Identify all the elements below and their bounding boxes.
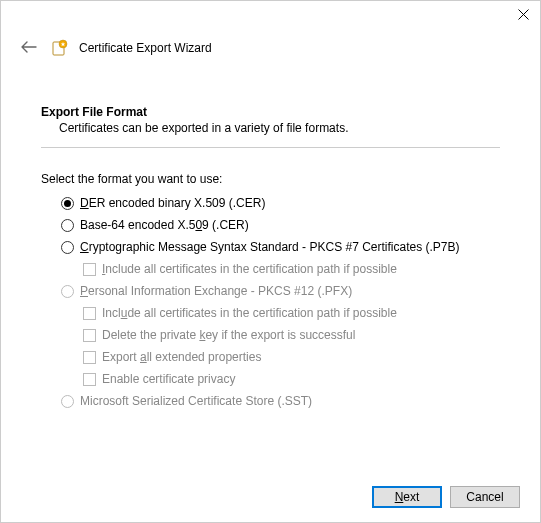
- wizard-icon: [51, 39, 69, 57]
- next-button[interactable]: Next: [372, 486, 442, 508]
- radio-pkcs7[interactable]: [61, 241, 74, 254]
- footer-buttons: Next Cancel: [372, 486, 520, 508]
- checkbox-pfx-privacy: [83, 373, 96, 386]
- wizard-title: Certificate Export Wizard: [79, 41, 212, 55]
- option-pfx-include-label: Include all certificates in the certific…: [102, 306, 397, 320]
- header: Certificate Export Wizard: [1, 33, 540, 59]
- option-sst-label: Microsoft Serialized Certificate Store (…: [80, 394, 312, 408]
- format-prompt: Select the format you want to use:: [41, 172, 500, 186]
- option-base64[interactable]: Base-64 encoded X.509 (.CER): [61, 218, 500, 232]
- back-arrow-icon: [21, 41, 37, 53]
- option-pfx-delete-label: Delete the private key if the export is …: [102, 328, 355, 342]
- option-pfx: Personal Information Exchange - PKCS #12…: [61, 284, 500, 298]
- radio-pfx: [61, 285, 74, 298]
- radio-sst: [61, 395, 74, 408]
- content-area: Export File Format Certificates can be e…: [1, 59, 540, 408]
- option-pfx-include: Include all certificates in the certific…: [83, 306, 500, 320]
- option-pfx-label: Personal Information Exchange - PKCS #12…: [80, 284, 352, 298]
- option-pfx-extended-label: Export all extended properties: [102, 350, 261, 364]
- radio-der[interactable]: [61, 197, 74, 210]
- option-sst: Microsoft Serialized Certificate Store (…: [61, 394, 500, 408]
- option-pfx-privacy-label: Enable certificate privacy: [102, 372, 235, 386]
- option-pfx-extended: Export all extended properties: [83, 350, 500, 364]
- cancel-button[interactable]: Cancel: [450, 486, 520, 508]
- format-options: DER encoded binary X.509 (.CER) Base-64 …: [41, 196, 500, 408]
- back-button[interactable]: [17, 37, 41, 59]
- divider: [41, 147, 500, 148]
- option-pkcs7-include: Include all certificates in the certific…: [83, 262, 500, 276]
- section-subtitle: Certificates can be exported in a variet…: [41, 119, 500, 135]
- option-pfx-privacy: Enable certificate privacy: [83, 372, 500, 386]
- radio-base64[interactable]: [61, 219, 74, 232]
- checkbox-pfx-extended: [83, 351, 96, 364]
- close-icon: [518, 9, 529, 20]
- option-pfx-delete: Delete the private key if the export is …: [83, 328, 500, 342]
- option-pkcs7[interactable]: Cryptographic Message Syntax Standard - …: [61, 240, 500, 254]
- option-der[interactable]: DER encoded binary X.509 (.CER): [61, 196, 500, 210]
- checkbox-pkcs7-include: [83, 263, 96, 276]
- checkbox-pfx-include: [83, 307, 96, 320]
- option-der-label: DER encoded binary X.509 (.CER): [80, 196, 265, 210]
- close-button[interactable]: [516, 7, 530, 21]
- option-pkcs7-include-label: Include all certificates in the certific…: [102, 262, 397, 276]
- checkbox-pfx-delete: [83, 329, 96, 342]
- option-base64-label: Base-64 encoded X.509 (.CER): [80, 218, 249, 232]
- titlebar: [1, 1, 540, 33]
- option-pkcs7-label: Cryptographic Message Syntax Standard - …: [80, 240, 460, 254]
- section-title: Export File Format: [41, 105, 500, 119]
